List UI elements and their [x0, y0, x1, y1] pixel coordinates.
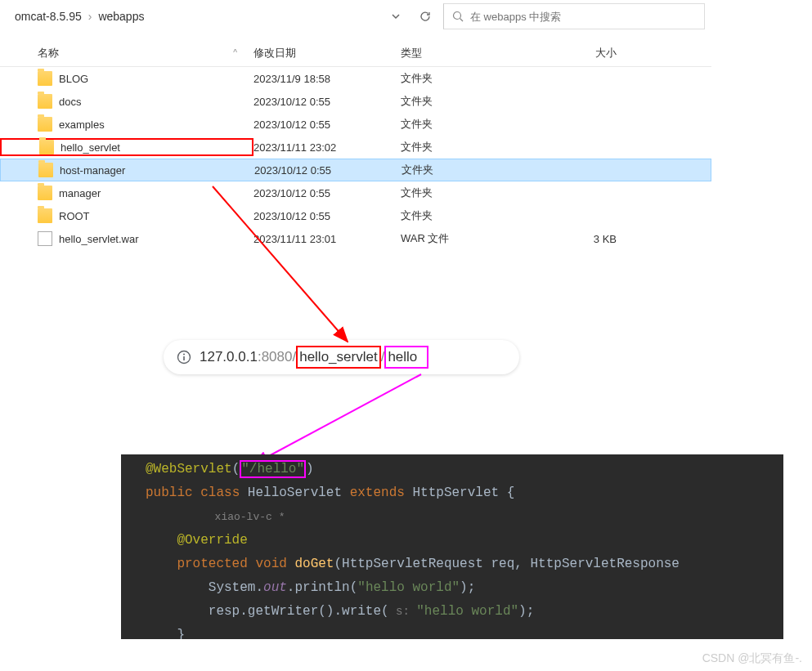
file-name: docs — [59, 96, 252, 108]
search-input[interactable] — [470, 11, 696, 23]
file-date: 2023/10/12 0:55 — [253, 187, 401, 199]
file-row[interactable]: hello_servlet.war2023/11/11 23:01WAR 文件3… — [0, 227, 711, 250]
file-explorer: omcat-8.5.95 › webapps 名称 ^ 修改日期 类型 大小 B… — [0, 0, 711, 250]
file-row[interactable]: hello_servlet2023/11/11 23:02文件夹 — [0, 136, 711, 159]
explorer-header: omcat-8.5.95 › webapps — [0, 0, 711, 33]
file-date: 2023/10/12 0:55 — [253, 96, 401, 108]
file-row[interactable]: examples2023/10/12 0:55文件夹 — [0, 113, 711, 136]
breadcrumb-part[interactable]: omcat-8.5.95 — [15, 10, 82, 23]
url-path-highlight-magenta: hello — [384, 346, 428, 369]
svg-line-1 — [460, 19, 464, 22]
search-box[interactable] — [443, 3, 705, 29]
file-type: 文件夹 — [402, 163, 541, 177]
dropdown-button[interactable] — [381, 3, 410, 29]
file-type: 文件夹 — [401, 208, 540, 223]
file-row[interactable]: BLOG2023/11/9 18:58文件夹 — [0, 67, 711, 90]
folder-icon — [38, 94, 52, 109]
sort-arrow-icon: ^ — [233, 48, 237, 57]
info-icon — [177, 350, 191, 365]
watermark: CSDN @北冥有鱼-. — [702, 651, 802, 666]
folder-icon — [38, 208, 52, 223]
file-list: 名称 ^ 修改日期 类型 大小 BLOG2023/11/9 18:58文件夹do… — [0, 39, 711, 250]
file-date: 2023/10/12 0:55 — [253, 210, 401, 222]
folder-icon — [39, 140, 54, 154]
file-type: WAR 文件 — [401, 231, 540, 246]
breadcrumb-part[interactable]: webapps — [98, 10, 144, 23]
file-name: examples — [59, 119, 252, 131]
file-row[interactable]: host-manager2023/10/12 0:55文件夹 — [0, 159, 711, 181]
code-editor[interactable]: @WebServlet("/hello") public class Hello… — [121, 454, 783, 639]
chevron-right-icon: › — [88, 10, 92, 23]
file-name: ROOT — [59, 210, 252, 222]
file-list-header: 名称 ^ 修改日期 类型 大小 — [0, 39, 711, 67]
file-size: 3 KB — [540, 233, 630, 245]
column-header-size[interactable]: 大小 — [540, 46, 630, 60]
url-text: 127.0.0.1:8080/hello_servlet/hello — [200, 346, 428, 369]
folder-icon — [38, 117, 52, 132]
file-date: 2023/11/11 23:02 — [253, 141, 401, 154]
file-type: 文件夹 — [401, 71, 540, 86]
file-name: manager — [59, 187, 252, 199]
file-row[interactable]: manager2023/10/12 0:55文件夹 — [0, 181, 711, 204]
file-row[interactable]: docs2023/10/12 0:55文件夹 — [0, 90, 711, 113]
file-date: 2023/10/12 0:55 — [253, 119, 401, 131]
search-icon — [452, 11, 464, 22]
file-date: 2023/11/11 23:01 — [253, 233, 401, 245]
file-name: hello_servlet.war — [59, 233, 252, 245]
file-date: 2023/11/9 18:58 — [253, 73, 401, 85]
chevron-down-icon — [391, 11, 401, 21]
url-path-highlight-red: hello_servlet — [296, 346, 380, 369]
svg-point-0 — [454, 12, 461, 20]
file-name: BLOG — [59, 73, 252, 85]
file-name: hello_servlet — [61, 141, 252, 154]
url-bar[interactable]: 127.0.0.1:8080/hello_servlet/hello — [164, 340, 519, 374]
file-type: 文件夹 — [401, 117, 540, 132]
refresh-button[interactable] — [410, 3, 440, 29]
column-header-type[interactable]: 类型 — [401, 46, 540, 60]
breadcrumb[interactable]: omcat-8.5.95 › webapps — [7, 10, 381, 23]
file-date: 2023/10/12 0:55 — [254, 164, 402, 177]
file-type: 文件夹 — [401, 94, 540, 109]
highlighted-folder: hello_servlet — [0, 138, 253, 156]
refresh-icon — [419, 10, 432, 23]
column-header-name[interactable]: 名称 ^ — [0, 46, 253, 60]
folder-icon — [38, 71, 52, 86]
svg-line-8 — [253, 374, 421, 464]
code-annotation-highlight: "/hello" — [240, 460, 306, 478]
file-icon — [38, 231, 52, 246]
column-header-date[interactable]: 修改日期 — [253, 46, 401, 60]
folder-icon — [38, 186, 52, 200]
file-row[interactable]: ROOT2023/10/12 0:55文件夹 — [0, 204, 711, 227]
svg-point-3 — [183, 354, 185, 356]
file-type: 文件夹 — [401, 186, 540, 200]
folder-icon — [38, 163, 53, 177]
file-type: 文件夹 — [401, 140, 540, 154]
file-name: host-manager — [60, 164, 253, 177]
